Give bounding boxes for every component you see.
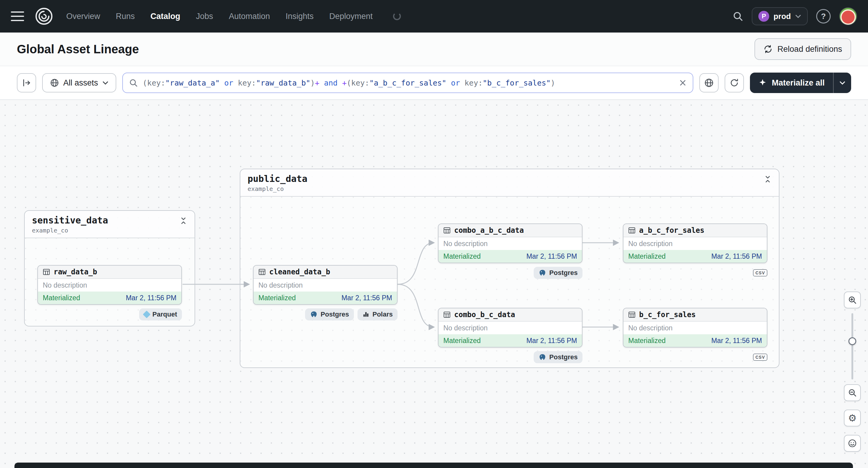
tag-label: Parquet	[152, 311, 177, 318]
nav-item-catalog[interactable]: Catalog	[151, 12, 180, 21]
collapse-group-icon[interactable]	[180, 217, 187, 227]
status-badge[interactable]: Materialized	[258, 293, 296, 302]
nav-item-insights[interactable]: Insights	[285, 12, 313, 21]
materialization-timestamp[interactable]: Mar 2, 11:56 PM	[526, 336, 577, 345]
tag-postgres[interactable]: Postgres	[534, 267, 583, 279]
tag-polars[interactable]: Polars	[358, 308, 398, 320]
materialization-timestamp[interactable]: Mar 2, 11:56 PM	[526, 252, 577, 261]
nav-item-overview[interactable]: Overview	[66, 12, 100, 21]
query-token: key:	[238, 79, 256, 87]
tag-label: Polars	[373, 311, 393, 318]
status-badge[interactable]: Materialized	[443, 336, 481, 345]
asset-node-combo-a-b-c-data[interactable]: combo_a_b_c_data No description Material…	[438, 223, 583, 263]
asset-node-raw-data-b[interactable]: raw_data_b No description Materialized M…	[37, 265, 182, 305]
deployment-switcher[interactable]: P prod	[752, 7, 808, 25]
postgres-icon	[538, 353, 546, 361]
asset-status-row: Materialized Mar 2, 11:56 PM	[438, 334, 582, 347]
asset-description: No description	[438, 237, 582, 250]
refresh-button[interactable]	[725, 73, 744, 92]
materialization-timestamp[interactable]: Mar 2, 11:56 PM	[126, 293, 177, 302]
materialization-timestamp[interactable]: Mar 2, 11:56 PM	[711, 336, 762, 345]
feedback-button[interactable]	[844, 435, 861, 452]
status-badge[interactable]: Materialized	[628, 336, 665, 345]
chevron-down-icon	[795, 14, 801, 18]
dagster-logo-icon[interactable]	[34, 6, 54, 27]
tag-postgres[interactable]: Postgres	[305, 308, 354, 320]
clear-query-icon[interactable]	[679, 79, 687, 87]
status-badge[interactable]: Materialized	[628, 252, 665, 261]
asset-tags: csv	[753, 351, 767, 363]
status-badge[interactable]: Materialized	[43, 293, 80, 302]
materialize-all-label: Materialize all	[772, 78, 825, 88]
tag-parquet[interactable]: Parquet	[139, 308, 182, 320]
query-token: (key:	[143, 79, 165, 87]
asset-description: No description	[623, 322, 767, 334]
user-avatar[interactable]	[839, 7, 857, 25]
reload-definitions-button[interactable]: Reload definitions	[754, 38, 851, 60]
query-token: "b_c_for_sales"	[483, 79, 551, 87]
help-icon[interactable]: ?	[816, 9, 831, 24]
asset-description: No description	[438, 322, 582, 334]
graph-view-globe-button[interactable]	[699, 73, 719, 92]
nav-item-automation[interactable]: Automation	[229, 12, 270, 21]
globe-icon	[704, 78, 714, 88]
asset-tags: Postgres	[534, 351, 583, 363]
nav-item-jobs[interactable]: Jobs	[196, 12, 213, 21]
query-token: key:	[464, 79, 483, 87]
asset-selection-query[interactable]: (key: "raw_data_a" or key: "raw_data_b" …	[143, 79, 674, 87]
query-token: or	[446, 79, 464, 87]
search-icon	[129, 78, 138, 87]
asset-node-a-b-c-for-sales[interactable]: a_b_c_for_sales No description Materiali…	[623, 223, 767, 263]
bottom-panel-edge[interactable]	[14, 463, 853, 468]
asset-tags: Postgres	[534, 267, 583, 279]
page-header: Global Asset Lineage Reload definitions	[0, 33, 868, 66]
asset-node-b-c-for-sales[interactable]: b_c_for_sales No description Materialize…	[623, 308, 767, 347]
asset-name: a_b_c_for_sales	[639, 226, 705, 235]
asset-scope-dropdown[interactable]: All assets	[42, 73, 116, 92]
asset-table-icon	[258, 268, 266, 276]
asset-selection-input[interactable]: (key: "raw_data_a" or key: "raw_data_b" …	[122, 72, 693, 93]
tag-postgres[interactable]: Postgres	[534, 351, 583, 363]
csv-icon: csv	[753, 269, 767, 277]
asset-tags: csv	[753, 267, 767, 279]
asset-node-cleaned-data-b[interactable]: cleaned_data_b No description Materializ…	[253, 265, 398, 305]
page-title: Global Asset Lineage	[17, 42, 139, 56]
group-code-location: example_co	[248, 185, 308, 192]
materialize-options-button[interactable]	[833, 72, 851, 93]
query-token: +	[342, 79, 347, 87]
deployment-name: prod	[773, 12, 791, 21]
nav-item-runs[interactable]: Runs	[116, 12, 135, 21]
graph-settings-button[interactable]: ⚙	[844, 410, 861, 427]
tag-label: Postgres	[321, 311, 349, 318]
zoom-slider-knob[interactable]	[848, 337, 856, 345]
csv-icon: csv	[753, 353, 767, 361]
search-icon[interactable]	[733, 11, 743, 22]
nav-item-deployment[interactable]: Deployment	[329, 12, 373, 21]
query-token: )	[311, 79, 315, 87]
zoom-in-button[interactable]	[844, 291, 861, 308]
asset-status-row: Materialized Mar 2, 11:56 PM	[623, 250, 767, 262]
query-token: )	[551, 79, 555, 87]
nav-right: P prod ?	[733, 7, 857, 25]
materialize-all-button[interactable]: Materialize all	[750, 72, 833, 93]
tag-csv[interactable]: csv	[753, 351, 767, 363]
materialization-timestamp[interactable]: Mar 2, 11:56 PM	[342, 293, 392, 302]
gear-icon: ⚙	[848, 413, 857, 423]
zoom-slider[interactable]	[844, 313, 861, 379]
loading-spinner-icon	[393, 12, 401, 20]
tag-csv[interactable]: csv	[753, 267, 767, 279]
tag-label: Postgres	[549, 353, 578, 361]
materialization-timestamp[interactable]: Mar 2, 11:56 PM	[711, 252, 762, 261]
zoom-out-button[interactable]	[844, 384, 861, 401]
lineage-canvas[interactable]: sensitive_data example_co public_data ex…	[0, 100, 868, 468]
hamburger-menu-icon[interactable]	[11, 11, 24, 21]
materialize-all-split-button: Materialize all	[750, 72, 851, 93]
asset-name: cleaned_data_b	[269, 268, 330, 277]
postgres-icon	[310, 311, 318, 318]
sidebar-toggle-button[interactable]	[17, 73, 36, 92]
collapse-group-icon[interactable]	[764, 175, 772, 185]
asset-node-combo-b-c-data[interactable]: combo_b_c_data No description Materializ…	[438, 308, 583, 347]
asset-table-icon	[443, 311, 451, 318]
asset-name: b_c_for_sales	[639, 310, 696, 319]
status-badge[interactable]: Materialized	[443, 252, 481, 261]
